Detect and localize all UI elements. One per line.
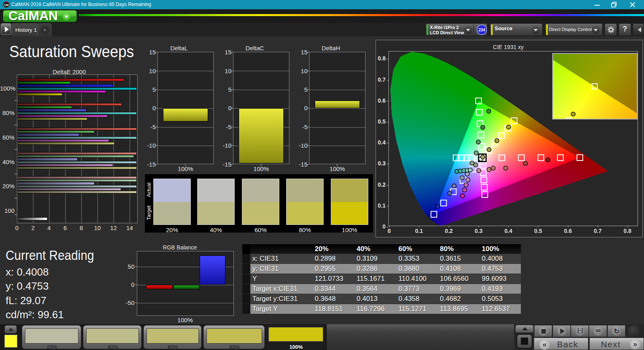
svg-text:CM: CM — [4, 4, 8, 6]
